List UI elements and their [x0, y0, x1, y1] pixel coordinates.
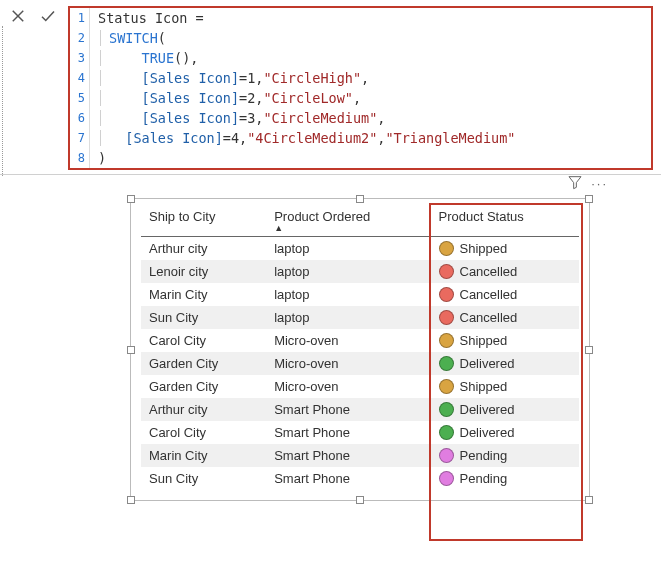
cell-status: Cancelled: [431, 306, 580, 329]
line-number: 1: [70, 8, 90, 28]
status-label: Delivered: [460, 402, 515, 417]
status-label: Shipped: [460, 379, 508, 394]
cell-city: Sun City: [141, 467, 266, 490]
col-header-city[interactable]: Ship to City: [141, 205, 266, 237]
status-icon: [439, 471, 454, 486]
table-row[interactable]: Carol CitySmart PhoneDelivered: [141, 421, 579, 444]
cell-product: laptop: [266, 306, 430, 329]
sort-asc-icon: ▲: [274, 224, 422, 232]
status-icon: [439, 356, 454, 371]
more-options-icon[interactable]: ···: [591, 176, 608, 191]
cell-product: laptop: [266, 283, 430, 306]
status-icon: [439, 333, 454, 348]
table-row[interactable]: Marin CitySmart PhonePending: [141, 444, 579, 467]
status-label: Delivered: [460, 356, 515, 371]
line-number: 2: [70, 28, 90, 48]
status-label: Cancelled: [460, 287, 518, 302]
gutter-guide: [2, 26, 3, 176]
formula-bar: 1Status Icon = 2SWITCH( 3 TRUE(), 4 [Sal…: [0, 0, 661, 170]
resize-handle[interactable]: [585, 496, 593, 504]
cell-city: Carol City: [141, 421, 266, 444]
table-row[interactable]: Lenoir citylaptopCancelled: [141, 260, 579, 283]
cell-city: Arthur city: [141, 398, 266, 421]
visual-header-toolbar: ···: [567, 174, 608, 193]
switch-fn: SWITCH: [109, 30, 158, 46]
line-number: 7: [70, 128, 90, 148]
data-table: Ship to City Product Ordered▲ Product St…: [141, 205, 579, 490]
table-row[interactable]: Garden CityMicro-ovenDelivered: [141, 352, 579, 375]
status-icon: [439, 264, 454, 279]
cancel-icon[interactable]: [8, 6, 28, 26]
cell-status: Cancelled: [431, 260, 580, 283]
cell-product: Smart Phone: [266, 421, 430, 444]
status-icon: [439, 379, 454, 394]
commit-icon[interactable]: [38, 6, 58, 26]
status-label: Shipped: [460, 241, 508, 256]
status-label: Cancelled: [460, 264, 518, 279]
cell-city: Arthur city: [141, 237, 266, 261]
status-label: Pending: [460, 471, 508, 486]
cell-product: Smart Phone: [266, 398, 430, 421]
cell-product: laptop: [266, 260, 430, 283]
cell-status: Delivered: [431, 421, 580, 444]
cell-product: Micro-oven: [266, 375, 430, 398]
status-label: Delivered: [460, 425, 515, 440]
status-icon: [439, 287, 454, 302]
table-visual[interactable]: ··· Ship to City Product Ordered▲ Produc…: [130, 198, 630, 501]
cell-city: Lenoir city: [141, 260, 266, 283]
status-label: Pending: [460, 448, 508, 463]
status-label: Cancelled: [460, 310, 518, 325]
true-fn: TRUE: [142, 50, 175, 66]
cell-product: laptop: [266, 237, 430, 261]
table-row[interactable]: Arthur citylaptopShipped: [141, 237, 579, 261]
cell-status: Delivered: [431, 352, 580, 375]
line-number: 6: [70, 108, 90, 128]
cell-city: Marin City: [141, 444, 266, 467]
table-row[interactable]: Carol CityMicro-ovenShipped: [141, 329, 579, 352]
cell-status: Shipped: [431, 329, 580, 352]
line-number: 5: [70, 88, 90, 108]
line-number: 3: [70, 48, 90, 68]
status-icon: [439, 425, 454, 440]
cell-city: Garden City: [141, 375, 266, 398]
line-number: 4: [70, 68, 90, 88]
divider: [0, 174, 661, 175]
table-row[interactable]: Sun CitySmart PhonePending: [141, 467, 579, 490]
resize-handle[interactable]: [585, 346, 593, 354]
svg-marker-2: [569, 177, 581, 189]
filter-icon[interactable]: [567, 174, 583, 193]
resize-handle[interactable]: [356, 496, 364, 504]
col-header-product[interactable]: Product Ordered▲: [266, 205, 430, 237]
resize-handle[interactable]: [585, 195, 593, 203]
cell-status: Shipped: [431, 375, 580, 398]
cell-status: Pending: [431, 467, 580, 490]
line-number: 8: [70, 148, 90, 168]
cell-product: Micro-oven: [266, 329, 430, 352]
col-header-status[interactable]: Product Status: [431, 205, 580, 237]
cell-product: Smart Phone: [266, 444, 430, 467]
resize-handle[interactable]: [127, 496, 135, 504]
status-icon: [439, 310, 454, 325]
cell-status: Pending: [431, 444, 580, 467]
table-row[interactable]: Arthur citySmart PhoneDelivered: [141, 398, 579, 421]
cell-city: Garden City: [141, 352, 266, 375]
cell-product: Smart Phone: [266, 467, 430, 490]
resize-handle[interactable]: [127, 346, 135, 354]
table-row[interactable]: Marin CitylaptopCancelled: [141, 283, 579, 306]
resize-handle[interactable]: [356, 195, 364, 203]
status-label: Shipped: [460, 333, 508, 348]
cell-status: Delivered: [431, 398, 580, 421]
measure-name: Status Icon: [98, 10, 187, 26]
table-row[interactable]: Garden CityMicro-ovenShipped: [141, 375, 579, 398]
cell-status: Cancelled: [431, 283, 580, 306]
status-icon: [439, 402, 454, 417]
cell-city: Carol City: [141, 329, 266, 352]
resize-handle[interactable]: [127, 195, 135, 203]
cell-status: Shipped: [431, 237, 580, 261]
table-row[interactable]: Sun CitylaptopCancelled: [141, 306, 579, 329]
dax-editor[interactable]: 1Status Icon = 2SWITCH( 3 TRUE(), 4 [Sal…: [68, 6, 653, 170]
cell-city: Marin City: [141, 283, 266, 306]
cell-product: Micro-oven: [266, 352, 430, 375]
cell-city: Sun City: [141, 306, 266, 329]
status-icon: [439, 241, 454, 256]
